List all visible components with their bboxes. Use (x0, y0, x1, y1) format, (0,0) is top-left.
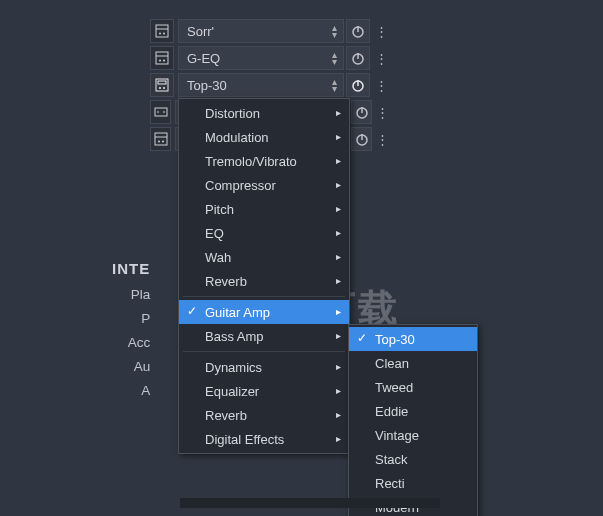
menu-item-tremolo-vibrato[interactable]: Tremolo/Vibrato▸ (179, 149, 349, 173)
submenu-item-tweed[interactable]: Tweed (349, 375, 477, 399)
menu-item-modulation[interactable]: Modulation▸ (179, 125, 349, 149)
submenu-item-recti[interactable]: Recti (349, 471, 477, 495)
svg-rect-23 (155, 133, 167, 145)
svg-point-9 (163, 60, 165, 62)
power-button[interactable] (346, 46, 370, 70)
effect-name-dropdown[interactable]: Top-30 ▴▾ (178, 73, 344, 97)
svg-point-8 (159, 60, 161, 62)
submenu-arrow-icon: ▸ (336, 275, 341, 286)
slot-menu-button[interactable]: ⋮ (372, 73, 390, 97)
menu-item-pitch[interactable]: Pitch▸ (179, 197, 349, 221)
updown-icon: ▴▾ (332, 51, 337, 65)
submenu-arrow-icon: ▸ (336, 107, 341, 118)
left-label: Au (118, 359, 150, 374)
submenu-arrow-icon: ▸ (336, 433, 341, 444)
menu-item-wah[interactable]: Wah▸ (179, 245, 349, 269)
menu-item-digital-effects[interactable]: Digital Effects▸ (179, 427, 349, 451)
updown-icon: ▴▾ (332, 24, 337, 38)
power-button[interactable] (346, 73, 370, 97)
menu-item-dynamics[interactable]: Dynamics▸ (179, 355, 349, 379)
submenu-item-eddie[interactable]: Eddie (349, 399, 477, 423)
check-icon: ✓ (187, 304, 197, 318)
left-label: A (118, 383, 150, 398)
effect-type-icon[interactable] (150, 127, 171, 151)
effect-name-dropdown[interactable]: Sorr' ▴▾ (178, 19, 344, 43)
effect-type-icon[interactable] (150, 100, 171, 124)
slot-menu-button[interactable]: ⋮ (372, 19, 390, 43)
svg-rect-6 (156, 52, 168, 64)
menu-item-reverb-2[interactable]: Reverb▸ (179, 403, 349, 427)
submenu-arrow-icon: ▸ (336, 306, 341, 317)
menu-item-bass-amp[interactable]: Bass Amp▸ (179, 324, 349, 348)
menu-separator (183, 351, 345, 352)
power-button[interactable] (351, 127, 372, 151)
submenu-item-stack[interactable]: Stack (349, 447, 477, 471)
effect-name-label: Top-30 (187, 78, 227, 93)
effect-name-label: G-EQ (187, 51, 220, 66)
submenu-arrow-icon: ▸ (336, 179, 341, 190)
left-label: Pla (118, 287, 150, 302)
effect-type-icon[interactable] (150, 73, 174, 97)
submenu-arrow-icon: ▸ (336, 131, 341, 142)
menu-item-guitar-amp[interactable]: ✓Guitar Amp▸ (179, 300, 349, 324)
menu-item-distortion[interactable]: Distortion▸ (179, 101, 349, 125)
svg-point-25 (158, 141, 160, 143)
effect-slot: Sorr' ▴▾ ⋮ (150, 18, 390, 44)
left-label: P (118, 311, 150, 326)
section-heading: INTE (112, 260, 150, 277)
menu-item-reverb[interactable]: Reverb▸ (179, 269, 349, 293)
power-button[interactable] (351, 100, 372, 124)
svg-rect-13 (158, 81, 166, 84)
submenu-arrow-icon: ▸ (336, 227, 341, 238)
submenu-item-top-30[interactable]: ✓Top-30 (349, 327, 477, 351)
svg-point-14 (159, 87, 161, 89)
slot-menu-button[interactable]: ⋮ (374, 100, 390, 124)
menu-item-eq[interactable]: EQ▸ (179, 221, 349, 245)
svg-rect-18 (155, 108, 167, 116)
submenu-arrow-icon: ▸ (336, 385, 341, 396)
submenu-arrow-icon: ▸ (336, 330, 341, 341)
svg-point-26 (162, 141, 164, 143)
submenu-arrow-icon: ▸ (336, 203, 341, 214)
submenu-arrow-icon: ▸ (336, 409, 341, 420)
left-panel-labels: INTE Pla P Acc Au A (118, 260, 150, 407)
effect-type-icon[interactable] (150, 46, 174, 70)
slot-menu-button[interactable]: ⋮ (372, 46, 390, 70)
svg-rect-0 (156, 25, 168, 37)
menu-item-equalizer[interactable]: Equalizer▸ (179, 379, 349, 403)
effect-slot: G-EQ ▴▾ ⋮ (150, 45, 390, 71)
svg-point-2 (159, 33, 161, 35)
svg-point-15 (163, 87, 165, 89)
svg-point-3 (163, 33, 165, 35)
updown-icon: ▴▾ (332, 78, 337, 92)
bottom-panel-strip (180, 498, 440, 508)
effect-slot: Top-30 ▴▾ ⋮ (150, 72, 390, 98)
effect-name-dropdown[interactable]: G-EQ ▴▾ (178, 46, 344, 70)
slot-menu-button[interactable]: ⋮ (374, 127, 390, 151)
submenu-arrow-icon: ▸ (336, 251, 341, 262)
effect-name-label: Sorr' (187, 24, 214, 39)
effect-type-icon[interactable] (150, 19, 174, 43)
menu-item-compressor[interactable]: Compressor▸ (179, 173, 349, 197)
submenu-arrow-icon: ▸ (336, 361, 341, 372)
effect-category-menu: Distortion▸ Modulation▸ Tremolo/Vibrato▸… (178, 98, 350, 454)
check-icon: ✓ (357, 331, 367, 345)
submenu-item-vintage[interactable]: Vintage (349, 423, 477, 447)
submenu-arrow-icon: ▸ (336, 155, 341, 166)
guitar-amp-submenu: ✓Top-30 Clean Tweed Eddie Vintage Stack … (348, 324, 478, 516)
power-button[interactable] (346, 19, 370, 43)
left-label: Acc (118, 335, 150, 350)
submenu-item-clean[interactable]: Clean (349, 351, 477, 375)
menu-separator (183, 296, 345, 297)
